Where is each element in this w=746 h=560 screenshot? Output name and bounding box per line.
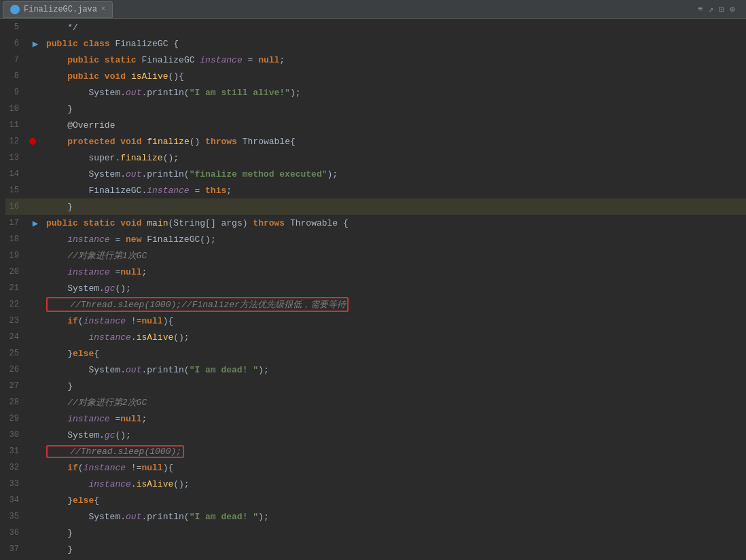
token-plain: .println( <box>141 365 189 375</box>
token-plain: { <box>290 137 296 147</box>
token-plain <box>78 39 84 49</box>
line-number-34: 34 <box>5 495 24 505</box>
token-plain: } <box>46 544 73 555</box>
token-field: instance <box>147 186 189 196</box>
token-plain: { <box>168 39 179 49</box>
token-plain: != <box>126 316 141 326</box>
token-plain: = <box>243 55 258 65</box>
line-number-6: 6 <box>5 39 24 48</box>
token-method: main <box>147 218 168 228</box>
line-content-20: instance =null; <box>46 267 147 277</box>
token-plain: ){ <box>163 316 174 326</box>
line-number-10: 10 <box>5 104 24 113</box>
token-field: instance <box>67 267 109 277</box>
token-throwable: Throwable <box>290 218 338 228</box>
line-content-31: //Thread.sleep(1000); <box>46 445 184 458</box>
tab-bar: FinalizeGC.java × ≡ ↗ ⊡ ⊕ <box>0 0 746 19</box>
toolbar-icon-3[interactable]: ⊡ <box>719 4 724 15</box>
token-classname: FinalizeGC <box>115 39 168 49</box>
code-line-18: 18 instance = new FinalizeGC(); <box>5 231 746 247</box>
token-kw: null <box>120 414 141 424</box>
code-line-37: 37 } <box>5 541 746 557</box>
token-field: out <box>126 365 141 375</box>
line-number-17: 17 <box>5 218 24 228</box>
token-method: isAlive <box>137 479 174 489</box>
code-line-8: 8 public void isAlive(){ <box>5 68 746 84</box>
toolbar-icon-2[interactable]: ↗ <box>709 4 714 15</box>
token-field: instance <box>200 55 242 65</box>
tab-close-icon[interactable]: × <box>101 5 105 13</box>
line-number-31: 31 <box>5 447 24 456</box>
token-plain: = <box>110 414 121 424</box>
breakpoint-icon[interactable] <box>29 138 36 145</box>
toolbar-icon-4[interactable]: ⊕ <box>730 4 735 15</box>
code-line-21: 21 System.gc(); <box>5 280 746 296</box>
code-line-34: 34 }else{ <box>5 492 746 508</box>
java-file-icon <box>10 5 20 14</box>
line-number-25: 25 <box>5 349 24 358</box>
token-plain <box>237 137 243 147</box>
token-plain: .println( <box>141 169 189 179</box>
line-content-25: }else{ <box>46 349 99 359</box>
line-content-22: //Thread.sleep(1000);//Finalizer方法优先级很低，… <box>46 297 349 312</box>
token-plain <box>99 71 105 82</box>
token-plain: (); <box>163 153 179 163</box>
line-number-9: 9 <box>5 88 24 97</box>
token-kw: if <box>67 316 78 326</box>
code-line-20: 20 instance =null; <box>5 264 746 280</box>
token-plain: (); <box>115 430 130 440</box>
token-plain: System. <box>46 430 105 440</box>
token-field: instance <box>67 234 109 245</box>
token-kw: public <box>67 71 99 82</box>
token-kw: this <box>205 186 226 196</box>
line-content-14: System.out.println("finalize method exec… <box>46 169 338 179</box>
token-kw: class <box>84 39 110 49</box>
toolbar-icon-1[interactable]: ≡ <box>698 4 703 14</box>
line-number-12: 12 <box>5 137 24 146</box>
token-annotation: @Override <box>67 120 115 130</box>
line-number-26: 26 <box>5 365 24 374</box>
line-number-30: 30 <box>5 430 24 440</box>
token-plain: ( <box>78 463 84 473</box>
token-plain: . <box>131 479 137 489</box>
token-plain: . <box>131 332 137 343</box>
code-line-32: 32 if(instance !=null){ <box>5 459 746 476</box>
token-method: isAlive <box>131 71 168 82</box>
line-number-27: 27 <box>5 381 24 391</box>
line-number-7: 7 <box>5 55 24 65</box>
line-number-19: 19 <box>5 251 24 260</box>
code-line-9: 9 System.out.println("I am still alive!"… <box>5 84 746 101</box>
token-method: isAlive <box>137 332 174 343</box>
token-method: finalize <box>147 137 189 147</box>
tab-finalizegc[interactable]: FinalizeGC.java × <box>3 1 113 18</box>
token-kw: null <box>141 463 162 473</box>
code-line-35: 35 System.out.println("I am dead! "); <box>5 508 746 525</box>
debugger-arrow-icon: ↑ <box>37 138 41 145</box>
token-plain <box>46 267 67 277</box>
code-line-15: 15 FinalizeGC.instance = this; <box>5 182 746 198</box>
token-plain: System. <box>46 88 126 98</box>
code-view[interactable]: 5 */6▶public class FinalizeGC {7 public … <box>0 19 746 557</box>
line-number-21: 21 <box>5 283 24 293</box>
code-line-24: 24 instance.isAlive(); <box>5 329 746 345</box>
code-line-26: 26 System.out.println("I am dead! "); <box>5 362 746 378</box>
line-content-36: } <box>46 528 73 538</box>
token-plain: } <box>46 528 73 538</box>
token-kw: static <box>84 218 116 228</box>
code-line-28: 28 //对象进行第2次GC <box>5 394 746 410</box>
line-content-13: super.finalize(); <box>46 153 179 163</box>
token-plain: ); <box>258 512 269 522</box>
token-plain: ( <box>78 316 84 326</box>
token-plain: (){ <box>168 71 183 82</box>
token-kw: public <box>46 39 78 49</box>
run-arrow-icon[interactable]: ▶ <box>33 217 38 229</box>
line-number-36: 36 <box>5 528 24 538</box>
code-line-36: 36 } <box>5 525 746 541</box>
token-plain: ); <box>327 169 338 179</box>
line-content-7: public static FinalizeGC instance = null… <box>46 55 285 65</box>
token-plain <box>46 71 67 82</box>
token-method: finalize <box>120 153 162 163</box>
token-comment: //Thread.sleep(1000);//Finalizer方法优先级很低，… <box>49 300 346 310</box>
code-line-19: 19 //对象进行第1次GC <box>5 247 746 264</box>
run-arrow-icon[interactable]: ▶ <box>33 38 38 50</box>
